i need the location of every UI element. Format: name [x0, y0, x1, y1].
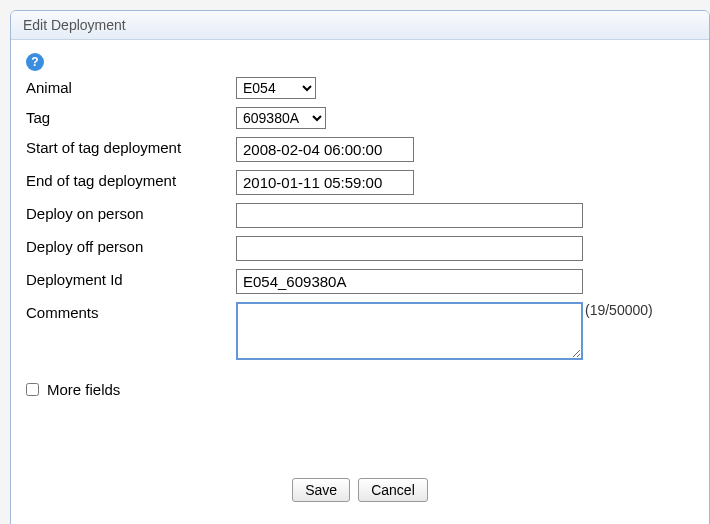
label-deploy-off: Deploy off person — [26, 236, 236, 255]
save-button[interactable]: Save — [292, 478, 350, 502]
label-deploy-on: Deploy on person — [26, 203, 236, 222]
label-end: End of tag deployment — [26, 170, 236, 189]
dialog-title: Edit Deployment — [23, 17, 126, 33]
comments-counter: (19/50000) — [585, 302, 653, 318]
deployment-id-input[interactable] — [236, 269, 583, 294]
row-deploy-on: Deploy on person — [26, 203, 694, 228]
more-fields-label: More fields — [47, 381, 120, 398]
more-fields-checkbox[interactable] — [26, 383, 39, 396]
label-animal: Animal — [26, 77, 236, 96]
label-start: Start of tag deployment — [26, 137, 236, 156]
label-deployment-id: Deployment Id — [26, 269, 236, 288]
label-tag: Tag — [26, 107, 236, 126]
row-deployment-id: Deployment Id — [26, 269, 694, 294]
row-animal: Animal E054 — [26, 77, 694, 99]
row-comments: Comments (19/50000) — [26, 302, 694, 363]
start-input[interactable] — [236, 137, 414, 162]
row-deploy-off: Deploy off person — [26, 236, 694, 261]
row-tag: Tag 609380A — [26, 107, 694, 129]
deploy-off-input[interactable] — [236, 236, 583, 261]
label-comments: Comments — [26, 302, 236, 321]
help-icon[interactable]: ? — [26, 53, 44, 71]
row-start: Start of tag deployment — [26, 137, 694, 162]
tag-select[interactable]: 609380A — [236, 107, 326, 129]
dialog-header: Edit Deployment — [11, 11, 709, 40]
cancel-button[interactable]: Cancel — [358, 478, 428, 502]
deploy-on-input[interactable] — [236, 203, 583, 228]
animal-select[interactable]: E054 — [236, 77, 316, 99]
dialog-body: ? Animal E054 Tag 609380A Start of tag d… — [11, 40, 709, 524]
row-end: End of tag deployment — [26, 170, 694, 195]
dialog-footer: Save Cancel — [26, 398, 694, 517]
end-input[interactable] — [236, 170, 414, 195]
comments-textarea[interactable] — [236, 302, 583, 360]
edit-deployment-dialog: Edit Deployment ? Animal E054 Tag 609380… — [10, 10, 710, 524]
more-fields-row: More fields — [26, 381, 694, 398]
